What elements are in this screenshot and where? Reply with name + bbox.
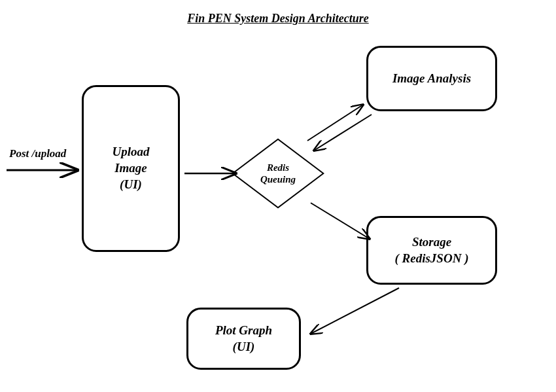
diagram-title: Fin PEN System Design Architecture [187, 12, 368, 26]
upload-image-node: Upload Image (UI) [82, 85, 180, 252]
redis-line1: Redis [267, 162, 289, 173]
plot-line1: Plot Graph [215, 323, 272, 339]
storage-node: Storage ( RedisJSON ) [366, 216, 497, 285]
redis-line2: Queuing [260, 174, 296, 185]
storage-line1: Storage [412, 234, 451, 251]
redis-queuing-node: Redis Queuing [239, 137, 317, 209]
upload-line2: Image [114, 160, 147, 177]
upload-line3: (UI) [120, 177, 142, 193]
entry-arrow-label: Post /upload [9, 147, 66, 160]
arrow-redis-to-storage [311, 203, 370, 239]
arrow-analysis-to-redis [314, 115, 372, 151]
plot-line2: (UI) [233, 339, 255, 355]
upload-line1: Upload [113, 144, 150, 160]
storage-line2: ( RedisJSON ) [395, 251, 469, 267]
image-analysis-node: Image Analysis [366, 46, 497, 111]
plot-graph-node: Plot Graph (UI) [186, 308, 301, 370]
redis-label: Redis Queuing [260, 162, 296, 185]
analysis-line1: Image Analysis [392, 71, 471, 87]
arrow-redis-to-analysis [307, 105, 363, 141]
arrow-storage-to-plot [311, 288, 399, 334]
